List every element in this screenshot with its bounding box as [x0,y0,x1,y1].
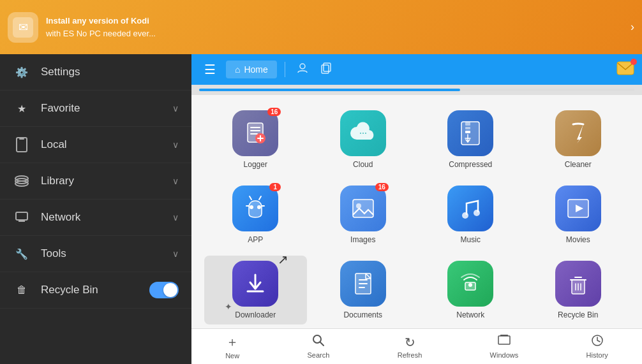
nav-search-label: Search [308,351,330,359]
app-item-cleaner[interactable]: Cleaner [527,105,630,174]
app-item-compressed[interactable]: Compressed [419,105,522,174]
nav-refresh-label: Refresh [398,351,422,359]
app-label-logger: Logger [244,160,267,169]
new-icon: ＋ [226,333,239,351]
app-label-movies: Movies [566,235,590,244]
nav-history-label: History [586,351,608,359]
progress-fill [199,89,460,91]
sidebar-item-network[interactable]: Network ∨ [0,200,191,236]
svg-rect-7 [16,212,27,220]
sidebar-label-library: Library [41,175,172,187]
toolbar-user-icon[interactable] [293,60,312,79]
banner-arrow[interactable]: › [631,20,634,34]
sidebar-label-network: Network [41,211,172,224]
library-icon [13,172,31,190]
top-banner[interactable]: ✉ Install any version of Kodi with ES No… [0,0,642,54]
app-icon-cleaner [555,110,601,156]
network-arrow: ∨ [172,212,179,222]
favorite-icon: ★ [13,99,31,117]
app-label-downloader: Downloader [235,310,276,319]
sidebar-item-library[interactable]: Library ∨ [0,163,191,200]
svg-rect-21 [465,131,470,133]
app-item-logger[interactable]: 16Logger [204,105,307,174]
nav-windows-label: Windows [490,351,519,359]
app-item-downloader[interactable]: ↗✦Downloader [204,256,307,324]
app-icon-downloader: ↗✦ [232,261,278,307]
app-icon-logger: 16 [232,110,278,156]
nav-refresh[interactable]: ↻ Refresh [390,332,430,361]
app-icon-cloud: ⋯ [340,110,386,156]
svg-point-22 [250,205,253,209]
sidebar-item-tools[interactable]: 🔧 Tools ∨ [0,236,191,272]
toolbar: ☰ ⌂ Home [191,54,642,85]
nav-new[interactable]: ＋ New [218,331,247,362]
app-item-images[interactable]: 16Images [312,180,415,249]
svg-rect-13 [250,127,260,128]
svg-point-32 [468,283,472,287]
app-label-network: Network [456,310,484,319]
app-label-compressed: Compressed [449,160,492,169]
sidebar-label-favorite: Favorite [41,102,172,115]
sidebar-label-recycle: Recycle Bin [41,284,149,296]
local-icon [13,136,31,154]
svg-point-27 [474,210,480,216]
recycle-toggle[interactable] [149,282,179,298]
banner-icon: ✉ [8,12,38,43]
app-icon-images: 16 [340,186,386,231]
favorite-arrow: ∨ [172,103,179,113]
app-icon-music [447,186,493,231]
home-label: Home [244,64,267,75]
nav-history[interactable]: History [579,331,616,361]
app-label-documents: Documents [343,310,382,319]
app-icon-app: 1 [232,186,278,231]
svg-rect-10 [322,65,329,73]
svg-text:⋯: ⋯ [359,129,367,138]
app-item-app[interactable]: 1APP [204,180,307,249]
mail-badge [631,59,637,65]
sparkle-icon: ✦ [225,302,232,312]
sidebar-item-settings[interactable]: ⚙️ Settings [0,54,191,91]
app-label-cleaner: Cleaner [565,160,592,169]
network-sidebar-icon [13,208,31,226]
app-item-recycle[interactable]: Recycle Bin [527,256,630,324]
svg-point-23 [257,205,261,209]
svg-rect-43 [498,336,510,344]
nav-search[interactable]: Search [300,331,338,361]
app-item-music[interactable]: Music [419,180,522,249]
content-area: ☰ ⌂ Home [191,54,642,364]
progress-bar [199,89,634,91]
sidebar-item-recycle[interactable]: 🗑 Recycle Bin [0,272,191,309]
svg-rect-14 [250,130,260,131]
main-layout: ⚙️ Settings ★ Favorite ∨ Local ∨ [0,54,642,364]
sidebar-item-local[interactable]: Local ∨ [0,127,191,163]
app-icon-network [447,261,493,307]
app-item-documents[interactable]: Documents [312,256,415,324]
library-arrow: ∨ [172,176,179,186]
cursor-arrow: ↗ [278,252,288,267]
app-label-images: Images [350,235,375,244]
home-icon: ⌂ [235,64,240,75]
app-grid-area: 16Logger ⋯ Cloud Compressed Cleaner 1APP… [191,95,642,328]
app-item-cloud[interactable]: ⋯ Cloud [312,105,415,174]
app-label-music: Music [461,235,481,244]
svg-text:✉: ✉ [19,21,28,34]
banner-text: Install any version of Kodi with ES No P… [46,15,156,40]
home-button[interactable]: ⌂ Home [226,61,277,78]
app-icon-compressed [447,110,493,156]
menu-icon[interactable]: ☰ [199,59,221,80]
nav-windows[interactable]: Windows [482,331,526,361]
toolbar-copy-icon[interactable] [317,60,336,79]
svg-point-26 [462,212,468,219]
app-item-network[interactable]: Network [419,256,522,324]
toolbar-separator [285,62,285,77]
mail-button[interactable] [616,61,634,78]
settings-icon: ⚙️ [13,63,31,81]
sidebar-item-favorite[interactable]: ★ Favorite ∨ [0,91,191,127]
app-icon-documents [340,261,386,307]
history-icon [591,334,604,350]
sidebar-label-tools: Tools [41,247,172,260]
app-grid: 16Logger ⋯ Cloud Compressed Cleaner 1APP… [204,105,629,328]
sidebar: ⚙️ Settings ★ Favorite ∨ Local ∨ [0,54,191,364]
app-item-movies[interactable]: Movies [527,180,630,249]
refresh-icon: ↻ [405,335,415,350]
